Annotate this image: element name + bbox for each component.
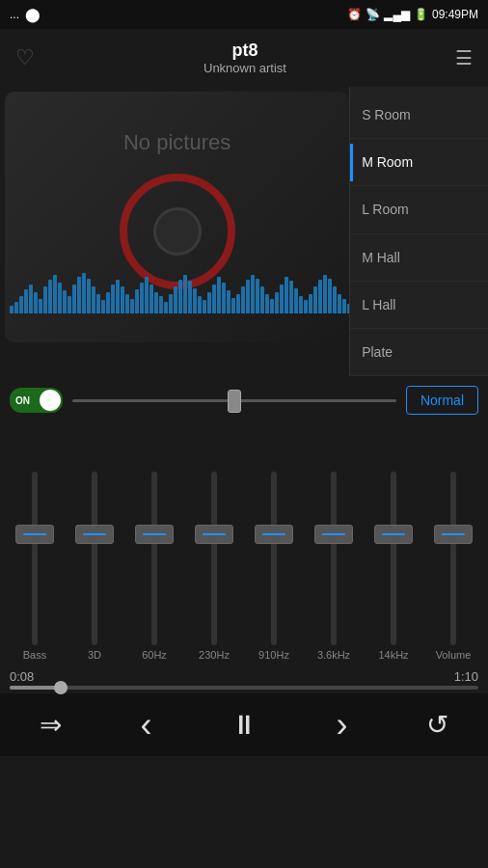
eq-track-3-6khz[interactable] [331,472,337,645]
eq-track-60hz[interactable] [151,472,157,645]
eq-label-14khz: 14kHz [378,649,408,661]
reverb-l-hall[interactable]: L Hall [350,282,488,329]
song-title: pt8 [35,41,455,61]
visualizer-bar [212,285,216,313]
pause-button[interactable]: ⏸ [230,709,258,741]
menu-button[interactable]: ☰ [455,46,473,69]
visualizer-bar [96,294,100,313]
alarm-icon: ⏰ [347,8,362,21]
visualizer-bar [34,292,38,313]
eq-track-volume[interactable] [450,472,456,645]
status-bar: ... ⬤ ⏰ 📡 ▂▄▆ 🔋 09:49PM [0,0,488,29]
visualizer-bar [72,285,76,313]
visualizer-bar [265,294,269,313]
eq-label-60hz: 60Hz [142,649,167,661]
eq-channel-60hz: 60Hz [125,472,183,661]
current-time: 0:08 [10,669,34,684]
eq-channel-3d: 3D [66,472,123,661]
visualizer-bar [246,280,250,313]
visualizer-bar [188,281,192,313]
header: ♡ pt8 Unknown artist ☰ [0,29,488,87]
visualizer-bar [101,300,105,313]
visualizer-bar [63,290,67,313]
eq-track-230hz[interactable] [211,472,217,645]
progress-thumb[interactable] [54,681,68,694]
eq-thumb-3d[interactable] [75,525,114,544]
visualizer-bar [203,300,206,313]
visualizer-bar [135,289,139,313]
visualizer-bar [154,292,158,313]
visualizer-bar [217,277,221,313]
reverb-s-room[interactable]: S Room [350,92,488,139]
eq-channel-volume: Volume [424,472,482,661]
eq-thumb-volume[interactable] [434,525,473,544]
visualizer-bar [140,283,144,313]
visualizer-bar [333,286,337,313]
eq-label-3d: 3D [88,649,101,661]
next-button[interactable]: › [337,705,348,746]
artist-name: Unknown artist [35,61,455,75]
eq-thumb-bass[interactable] [15,525,54,544]
visualizer-bar [106,292,110,313]
eq-thumb-line [23,533,46,535]
visualizer-bar [19,296,23,313]
visualizer-bar [116,280,120,313]
visualizer-bar [53,275,57,313]
visualizer-bar [236,294,240,313]
visualizer-bar [299,296,303,313]
eq-thumb-line [442,533,465,535]
playback-controls: ⇒ ‹ ⏸ › ↺ [0,693,488,756]
signal-icon: ▂▄▆ [384,8,410,21]
progress-bar[interactable] [10,686,478,690]
eq-track-bass[interactable] [32,472,38,645]
repeat-button[interactable]: ↺ [426,709,448,741]
visualizer-bar [159,296,163,313]
eq-thumb-910hz[interactable] [255,525,293,544]
eq-track-3d[interactable] [92,472,97,645]
reverb-toggle[interactable]: ON [10,388,63,413]
reverb-panel: S Room M Room L Room M Hall L Hall Plate [349,87,488,376]
visualizer-bar [58,283,62,313]
eq-thumb-14khz[interactable] [374,525,413,544]
visualizer [10,265,349,313]
eq-track-910hz[interactable] [271,472,277,645]
eq-thumb-230hz[interactable] [195,525,233,544]
favorite-button[interactable]: ♡ [15,45,35,70]
eq-thumb-line [203,533,226,535]
progress-section: 0:08 1:10 [0,665,488,693]
progress-times: 0:08 1:10 [10,669,478,684]
eq-thumb-line [143,533,166,535]
eq-thumb-60hz[interactable] [135,525,174,544]
visualizer-bar [145,277,149,313]
visualizer-bar [294,288,298,313]
visualizer-bar [289,281,293,313]
shuffle-button[interactable]: ⇒ [40,709,62,741]
visualizer-bar [338,294,341,313]
eq-label-bass: Bass [23,649,46,661]
eq-thumb-line [322,533,345,535]
eq-thumb-3-6khz[interactable] [314,525,353,544]
total-time: 1:10 [454,669,478,684]
reverb-slider-thumb[interactable] [228,390,241,413]
album-art: No pictures [5,92,349,342]
toggle-circle [40,390,61,411]
visualizer-bar [169,294,173,313]
visualizer-bar [92,286,95,313]
normal-button[interactable]: Normal [406,386,478,415]
eq-sliders: Bass3D60Hz230Hz910Hz3.6kHz14kHzVolume [5,434,483,665]
reverb-plate[interactable]: Plate [350,329,488,376]
sim-icon: 📡 [366,8,380,21]
eq-channel-910hz: 910Hz [245,472,303,661]
prev-button[interactable]: ‹ [140,705,151,746]
visualizer-bar [342,299,346,313]
reverb-m-room[interactable]: M Room [350,139,488,186]
reverb-l-room[interactable]: L Room [350,186,488,233]
eq-channel-bass: Bass [6,472,64,661]
reverb-m-hall[interactable]: M Hall [350,234,488,282]
visualizer-bar [77,277,81,313]
visualizer-bar [318,280,322,313]
visualizer-bar [227,290,230,313]
reverb-slider[interactable] [72,399,396,402]
eq-track-14khz[interactable] [391,472,396,645]
notification-icon: ⬤ [25,7,41,22]
